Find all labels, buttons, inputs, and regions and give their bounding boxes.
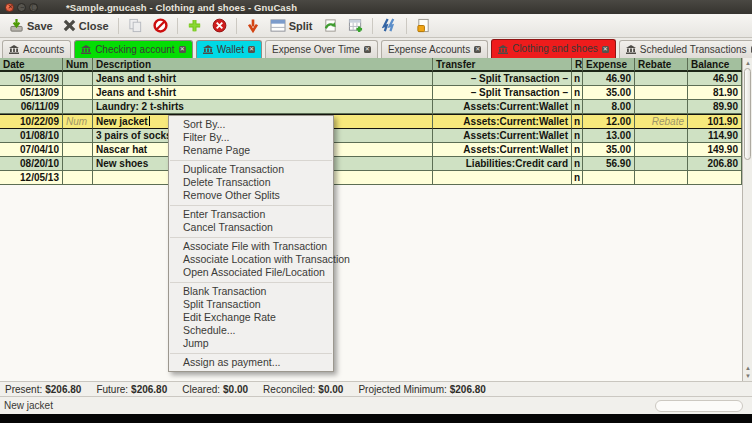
cell-r[interactable]: n — [572, 143, 583, 157]
enter-transaction-button[interactable] — [241, 15, 265, 37]
tab-close-icon[interactable]: ✕ — [474, 46, 481, 53]
cell-r[interactable]: n — [572, 157, 583, 171]
cell-rebate[interactable] — [635, 86, 688, 100]
cell-num[interactable] — [63, 129, 93, 143]
cell-balance[interactable]: 46.90 — [688, 72, 742, 86]
menu-item-associate-location-with-transaction[interactable]: Associate Location with Transaction — [169, 253, 333, 266]
menu-item-rename-page[interactable]: Rename Page — [169, 144, 333, 157]
cell-r[interactable]: n — [572, 72, 583, 86]
tab-scheduled-transactions[interactable]: Scheduled Transactions✕ — [619, 40, 752, 58]
cell-transfer[interactable] — [433, 171, 572, 185]
cell-expense[interactable]: 35.00 — [583, 143, 635, 157]
scrollbar-thumb[interactable] — [744, 68, 751, 160]
cancel-transaction-button[interactable] — [148, 15, 173, 37]
cell-date[interactable]: 01/08/10 — [0, 129, 63, 143]
split-button[interactable]: Split — [265, 15, 318, 37]
cell-transfer[interactable]: Liabilities:Credit card — [433, 157, 572, 171]
cell-num[interactable] — [63, 143, 93, 157]
menu-item-blank-transaction[interactable]: Blank Transaction — [169, 285, 333, 298]
cell-date[interactable]: 05/13/09 — [0, 86, 63, 100]
cell-balance[interactable]: 149.90 — [688, 143, 742, 157]
menu-item-enter-transaction[interactable]: Enter Transaction — [169, 208, 333, 221]
delete-transaction-button[interactable] — [207, 15, 232, 37]
cell-expense[interactable]: 56.90 — [583, 157, 635, 171]
cell-r[interactable]: n — [572, 171, 583, 185]
cell-rebate[interactable]: Rebate — [635, 114, 688, 129]
cell-num[interactable] — [63, 171, 93, 185]
cell-balance[interactable]: 81.90 — [688, 86, 742, 100]
menu-item-associate-file-with-transaction[interactable]: Associate File with Transaction — [169, 240, 333, 253]
cell-description[interactable]: Laundry: 2 t-shirts — [93, 100, 433, 114]
cell-balance[interactable]: 89.90 — [688, 100, 742, 114]
cell-expense[interactable] — [583, 171, 635, 185]
cell-r[interactable]: n — [572, 114, 583, 129]
cell-transfer[interactable]: – Split Transaction – — [433, 72, 572, 86]
cell-num[interactable]: Num — [63, 114, 93, 129]
cell-transfer[interactable]: Assets:Current:Wallet — [433, 129, 572, 143]
menu-item-open-associated-file-location[interactable]: Open Associated File/Location — [169, 266, 333, 279]
scroll-down-stepper-icon[interactable]: ▼ — [743, 372, 752, 380]
transfer-button[interactable] — [377, 15, 402, 37]
cell-balance[interactable]: 206.80 — [688, 157, 742, 171]
cell-rebate[interactable] — [635, 100, 688, 114]
register-empty-area[interactable] — [0, 185, 742, 381]
tab-expense-accounts[interactable]: Expense Accounts✕ — [381, 40, 488, 58]
tab-checking-account[interactable]: Checking account✕ — [74, 40, 193, 58]
tab-accounts[interactable]: Accounts — [2, 40, 71, 58]
menu-item-jump[interactable]: Jump — [169, 337, 333, 350]
cell-description[interactable]: Jeans and t-shirt — [93, 72, 433, 86]
cell-transfer[interactable]: Assets:Current:Wallet — [433, 114, 572, 129]
menu-item-cancel-transaction[interactable]: Cancel Transaction — [169, 221, 333, 234]
cell-expense[interactable]: 46.90 — [583, 72, 635, 86]
cell-num[interactable] — [63, 72, 93, 86]
cell-description[interactable]: Jeans and t-shirt — [93, 86, 433, 100]
menu-item-edit-exchange-rate[interactable]: Edit Exchange Rate — [169, 311, 333, 324]
menu-item-schedule[interactable]: Schedule... — [169, 324, 333, 337]
window-maximize-button[interactable]: ▢ — [29, 3, 38, 12]
close-button[interactable]: Close — [58, 15, 114, 37]
cell-num[interactable] — [63, 100, 93, 114]
cell-expense[interactable]: 13.00 — [583, 129, 635, 143]
cell-date[interactable]: 10/22/09 — [0, 114, 63, 129]
cell-rebate[interactable] — [635, 72, 688, 86]
blank-transaction-button[interactable] — [411, 15, 436, 37]
window-close-button[interactable]: ✕ — [5, 3, 14, 12]
tab-close-icon[interactable]: ✕ — [602, 46, 609, 53]
schedule-button[interactable] — [343, 15, 368, 37]
window-minimize-button[interactable]: – — [17, 3, 26, 12]
menu-item-duplicate-transaction[interactable]: Duplicate Transaction — [169, 163, 333, 176]
cell-rebate[interactable] — [635, 157, 688, 171]
cell-num[interactable] — [63, 86, 93, 100]
vertical-scrollbar[interactable]: ▲ ▲ ▼ — [742, 58, 752, 381]
menu-item-split-transaction[interactable]: Split Transaction — [169, 298, 333, 311]
cell-expense[interactable]: 35.00 — [583, 86, 635, 100]
save-button[interactable]: Save — [4, 15, 58, 37]
cell-expense[interactable]: 8.00 — [583, 100, 635, 114]
cell-rebate[interactable] — [635, 171, 688, 185]
cell-rebate[interactable] — [635, 143, 688, 157]
menu-item-sort-by[interactable]: Sort By... — [169, 118, 333, 131]
cell-date[interactable]: 06/11/09 — [0, 100, 63, 114]
cell-transfer[interactable]: Assets:Current:Wallet — [433, 143, 572, 157]
add-transaction-button[interactable] — [182, 15, 207, 37]
tab-close-icon[interactable]: ✕ — [248, 46, 255, 53]
cell-r[interactable]: n — [572, 86, 583, 100]
tab-clothing-and-shoes[interactable]: Clothing and shoes✕ — [491, 39, 616, 58]
cell-date[interactable]: 08/20/10 — [0, 157, 63, 171]
cell-rebate[interactable] — [635, 129, 688, 143]
scroll-up-icon[interactable]: ▲ — [743, 59, 752, 67]
menu-item-remove-other-splits[interactable]: Remove Other Splits — [169, 189, 333, 202]
cell-r[interactable]: n — [572, 129, 583, 143]
cell-balance[interactable]: 101.90 — [688, 114, 742, 129]
cell-r[interactable]: n — [572, 100, 583, 114]
cell-expense[interactable]: 12.00 — [583, 114, 635, 129]
tab-close-icon[interactable]: ✕ — [364, 46, 371, 53]
jump-button[interactable] — [318, 15, 343, 37]
menu-item-assign-as-payment[interactable]: Assign as payment... — [169, 356, 333, 369]
cell-date[interactable]: 05/13/09 — [0, 72, 63, 86]
menu-item-filter-by[interactable]: Filter By... — [169, 131, 333, 144]
cell-balance[interactable] — [688, 171, 742, 185]
tab-wallet[interactable]: Wallet✕ — [196, 40, 262, 58]
menu-item-delete-transaction[interactable]: Delete Transaction — [169, 176, 333, 189]
cell-transfer[interactable]: Assets:Current:Wallet — [433, 100, 572, 114]
